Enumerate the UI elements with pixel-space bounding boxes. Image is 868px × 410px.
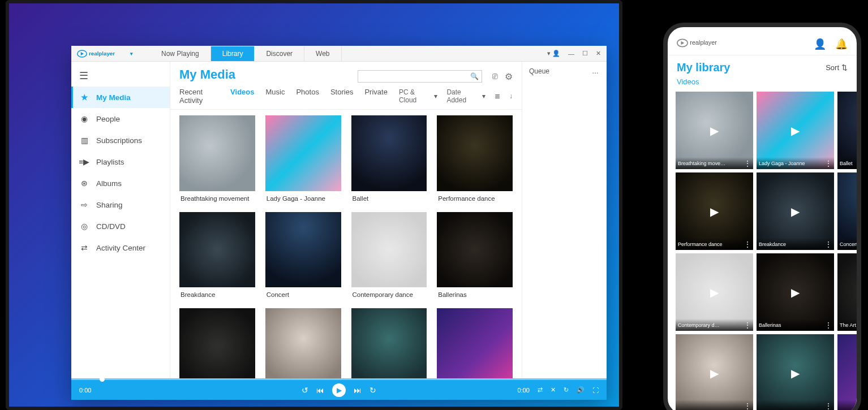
main-tab-discover[interactable]: Discover [255, 46, 304, 61]
account-icon[interactable]: 👤 [814, 38, 826, 50]
video-title: Breathtaking movement [179, 191, 255, 203]
sub-tab-recent-activity[interactable]: Recent Activity [179, 88, 219, 105]
phone-title-row: My library Sort ⇅ [668, 55, 857, 77]
phone-video-title: Contemporary d… [678, 322, 720, 328]
titlebar: realplayer ▾ Now PlayingLibraryDiscoverW… [71, 46, 607, 62]
repeat-icon[interactable]: ↻ [564, 386, 569, 394]
phone-video-title: Breathtaking move… [678, 161, 725, 166]
sub-tab-photos[interactable]: Photos [296, 88, 319, 105]
video-card[interactable]: Contemporary dance [351, 212, 427, 300]
more-icon[interactable]: ⋮ [744, 402, 751, 410]
phone-video-card[interactable]: ▶Lady Gaga - Joanne⋮ [757, 92, 834, 169]
sort-dropdown[interactable]: Date Added ▾ [446, 88, 485, 104]
sidebar-item-albums[interactable]: ⊛Albums [71, 172, 170, 194]
video-thumbnail [437, 212, 513, 288]
sidebar-item-people[interactable]: ◉People [71, 108, 170, 130]
sidebar-item-sharing[interactable]: ⇨Sharing [71, 194, 170, 215]
search-input[interactable] [358, 70, 482, 83]
volume-icon[interactable]: 🔊 [577, 386, 585, 394]
app-logo: realplayer ▾ [71, 49, 139, 59]
phone-video-card[interactable]: ▶Ballet⋮ [837, 92, 857, 169]
video-title: Performance dance [437, 191, 513, 203]
search-field[interactable]: 🔍 [358, 70, 482, 83]
shuffle-icon[interactable]: ✕ [551, 386, 556, 394]
sidebar-item-playlists[interactable]: ≡▶Playlists [71, 151, 170, 172]
more-icon[interactable]: ⋮ [744, 240, 751, 248]
sub-tab-videos[interactable]: Videos [230, 88, 254, 105]
queue-label: Queue [529, 67, 549, 75]
minimize-button[interactable]: — [568, 50, 574, 57]
account-dropdown-icon[interactable]: ▾ 👤 [547, 50, 560, 57]
phone-video-card[interactable]: ▶⋮ [837, 334, 857, 410]
hamburger-menu-icon[interactable]: ☰ [71, 65, 170, 87]
maximize-button[interactable]: ☐ [582, 50, 588, 57]
logo-dropdown-icon[interactable]: ▾ [130, 51, 133, 57]
main-tab-library[interactable]: Library [211, 46, 255, 61]
phone-video-card[interactable]: ▶Performance dance⋮ [676, 172, 753, 250]
sidebar-item-label: My Media [96, 93, 131, 102]
video-card[interactable] [265, 308, 341, 378]
phone-video-card[interactable]: ▶Concert⋮ [837, 172, 857, 250]
video-card[interactable]: Concert [265, 212, 341, 300]
video-card[interactable]: Ballet [351, 115, 427, 203]
sidebar-item-cd-dvd[interactable]: ◎CD/DVD [71, 215, 170, 237]
video-thumbnail [179, 308, 255, 378]
previous-track-icon[interactable]: ⏮ [316, 386, 324, 395]
next-track-icon[interactable]: ⏭ [354, 386, 362, 395]
sidebar-item-subscriptions[interactable]: ▥Subscriptions [71, 130, 170, 151]
sub-tab-stories[interactable]: Stories [330, 88, 353, 105]
phone-video-caption: Ballet⋮ [837, 157, 857, 169]
phone-video-caption: The Art of Move…⋮ [837, 319, 857, 331]
video-card[interactable] [179, 308, 255, 378]
video-card[interactable] [437, 308, 513, 378]
close-button[interactable]: ✕ [596, 50, 601, 57]
sub-tab-music[interactable]: Music [266, 88, 285, 105]
more-icon[interactable]: ⋮ [825, 240, 832, 248]
phone-video-card[interactable]: ▶Breakdance⋮ [757, 172, 834, 250]
forward-10-icon[interactable]: ↻ [369, 386, 376, 395]
more-icon[interactable]: ⋮ [825, 402, 832, 410]
video-thumbnail [265, 308, 341, 378]
queue-toggle-icon[interactable]: ⇄ [538, 386, 543, 394]
search-icon[interactable]: 🔍 [470, 72, 479, 80]
list-view-icon[interactable]: ≣ [495, 92, 500, 100]
more-icon[interactable]: ⋮ [825, 159, 832, 167]
phone-video-title: Breakdance [759, 241, 786, 247]
sidebar-item-my-media[interactable]: ★My Media [71, 87, 170, 108]
gear-icon[interactable]: ⚙ [505, 71, 513, 82]
video-card[interactable]: Ballerinas [437, 212, 513, 300]
progress-handle[interactable] [100, 377, 105, 382]
queue-more-icon[interactable]: … [592, 67, 600, 75]
bell-icon[interactable]: 🔔 [835, 38, 848, 50]
video-card[interactable] [351, 308, 427, 378]
more-icon[interactable]: ⋮ [744, 321, 751, 329]
cast-icon[interactable]: ⎚ [492, 71, 498, 82]
video-card[interactable]: Breakdance [179, 212, 255, 300]
more-icon[interactable]: ⋮ [825, 321, 832, 329]
phone-video-card[interactable]: ▶⋮ [676, 334, 753, 410]
rewind-10-icon[interactable]: ↺ [302, 386, 308, 395]
phone-video-card[interactable]: ▶The Art of Move…⋮ [837, 253, 857, 331]
fullscreen-icon[interactable]: ⛶ [592, 387, 599, 394]
video-thumbnail [437, 308, 513, 378]
location-filter[interactable]: PC & Cloud ▾ [399, 88, 438, 104]
video-card[interactable]: Breathtaking movement [179, 115, 255, 203]
more-icon[interactable]: ⋮ [744, 159, 751, 167]
phone-video-card[interactable]: ▶Ballerinas⋮ [757, 253, 834, 331]
video-thumbnail [437, 115, 513, 191]
main-tab-web[interactable]: Web [304, 46, 341, 61]
sub-tab-private[interactable]: Private [364, 88, 387, 105]
phone-video-card[interactable]: ▶Contemporary d…⋮ [676, 253, 753, 331]
phone-video-card[interactable]: ▶Breathtaking move…⋮ [676, 92, 753, 169]
video-card[interactable]: Performance dance [437, 115, 513, 203]
progress-track[interactable] [71, 378, 607, 380]
phone-sort-button[interactable]: Sort ⇅ [826, 63, 848, 72]
play-button[interactable]: ▶ [332, 383, 346, 397]
video-thumbnail [351, 212, 427, 288]
download-icon[interactable]: ↓ [509, 92, 513, 100]
video-card[interactable]: Lady Gaga - Joanne [265, 115, 341, 203]
sidebar-item-activity-center[interactable]: ⇄Activity Center [71, 237, 170, 258]
phone-video-card[interactable]: ▶⋮ [757, 334, 834, 410]
main-tab-now-playing[interactable]: Now Playing [150, 46, 211, 61]
realplayer-logo-icon: realplayer [677, 37, 733, 49]
